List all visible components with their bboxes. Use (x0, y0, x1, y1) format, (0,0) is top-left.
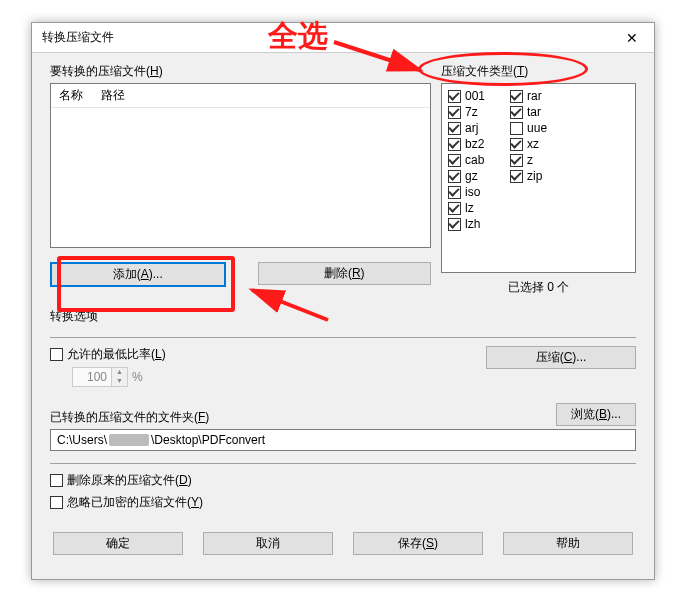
checkbox-icon (510, 170, 523, 183)
percent-label: % (132, 370, 143, 384)
type-checkbox-lzh[interactable]: lzh (448, 216, 485, 232)
type-label: zip (527, 169, 542, 183)
type-checkbox-xz[interactable]: xz (510, 136, 547, 152)
type-checkbox-zip[interactable]: zip (510, 168, 547, 184)
folder-path-input[interactable]: C:\Users\\Desktop\PDFconvert (50, 429, 636, 451)
checkbox-icon (448, 106, 461, 119)
type-checkbox-cab[interactable]: cab (448, 152, 485, 168)
chevron-down-icon: ▼ (112, 377, 127, 386)
close-button[interactable]: ✕ (609, 23, 654, 53)
col-name[interactable]: 名称 (59, 87, 83, 104)
options-label: 转换选项 (50, 308, 636, 325)
ok-button[interactable]: 确定 (53, 532, 183, 555)
checkbox-icon (448, 138, 461, 151)
type-checkbox-rar[interactable]: rar (510, 88, 547, 104)
types-listbox[interactable]: 0017zarjbz2cabgzisolzlzh rartaruuexzzzip (441, 83, 636, 273)
cancel-button[interactable]: 取消 (203, 532, 333, 555)
type-checkbox-gz[interactable]: gz (448, 168, 485, 184)
ignore-encrypted-checkbox[interactable]: 忽略已加密的压缩文件(Y) (50, 494, 636, 510)
type-checkbox-bz2[interactable]: bz2 (448, 136, 485, 152)
type-checkbox-uue[interactable]: uue (510, 120, 547, 136)
checkbox-icon (510, 90, 523, 103)
remove-button[interactable]: 删除(R) (258, 262, 432, 285)
type-checkbox-iso[interactable]: iso (448, 184, 485, 200)
window-title: 转换压缩文件 (42, 29, 114, 46)
types-label: 压缩文件类型(T) (441, 63, 636, 80)
type-checkbox-tar[interactable]: tar (510, 104, 547, 120)
compress-button[interactable]: 压缩(C)... (486, 346, 636, 369)
checkbox-icon (448, 186, 461, 199)
divider (50, 337, 636, 338)
checkbox-icon (510, 122, 523, 135)
checkbox-icon (50, 348, 63, 361)
list-header: 名称 路径 (51, 84, 430, 108)
type-checkbox-z[interactable]: z (510, 152, 547, 168)
type-label: 001 (465, 89, 485, 103)
delete-original-checkbox[interactable]: 删除原来的压缩文件(D) (50, 472, 636, 488)
col-path[interactable]: 路径 (101, 87, 125, 104)
help-button[interactable]: 帮助 (503, 532, 633, 555)
folder-label: 已转换的压缩文件的文件夹(F) (50, 409, 209, 426)
checkbox-icon (448, 218, 461, 231)
checkbox-icon (448, 154, 461, 167)
type-label: rar (527, 89, 542, 103)
type-label: 7z (465, 105, 478, 119)
checkbox-icon (448, 90, 461, 103)
ratio-spinner[interactable]: ▲▼ % (72, 367, 143, 387)
spinner-arrows[interactable]: ▲▼ (112, 367, 128, 387)
type-label: iso (465, 185, 480, 199)
type-label: bz2 (465, 137, 484, 151)
titlebar: 转换压缩文件 ✕ (32, 23, 654, 53)
type-label: lz (465, 201, 474, 215)
type-label: tar (527, 105, 541, 119)
checkbox-icon (448, 122, 461, 135)
type-label: z (527, 153, 533, 167)
checkbox-icon (448, 202, 461, 215)
type-label: gz (465, 169, 478, 183)
type-checkbox-7z[interactable]: 7z (448, 104, 485, 120)
type-label: uue (527, 121, 547, 135)
redacted-segment (109, 434, 149, 446)
checkbox-icon (510, 154, 523, 167)
checkbox-icon (50, 496, 63, 509)
ratio-input[interactable] (72, 367, 112, 387)
divider (50, 463, 636, 464)
checkbox-icon (50, 474, 63, 487)
type-label: cab (465, 153, 484, 167)
save-button[interactable]: 保存(S) (353, 532, 483, 555)
checkbox-icon (510, 106, 523, 119)
checkbox-icon (510, 138, 523, 151)
add-button[interactable]: 添加(A)... (50, 262, 226, 287)
type-label: xz (527, 137, 539, 151)
chevron-up-icon: ▲ (112, 368, 127, 377)
checkbox-icon (448, 170, 461, 183)
type-checkbox-lz[interactable]: lz (448, 200, 485, 216)
dialog-window: 转换压缩文件 ✕ 要转换的压缩文件(H) 名称 路径 添加(A)... (31, 22, 655, 580)
browse-button[interactable]: 浏览(B)... (556, 403, 636, 426)
min-ratio-checkbox[interactable]: 允许的最低比率(L) (50, 346, 166, 362)
selected-count: 已选择 0 个 (441, 279, 636, 296)
close-icon: ✕ (626, 30, 638, 46)
type-checkbox-arj[interactable]: arj (448, 120, 485, 136)
type-label: lzh (465, 217, 480, 231)
type-label: arj (465, 121, 478, 135)
files-listbox[interactable]: 名称 路径 (50, 83, 431, 248)
type-checkbox-001[interactable]: 001 (448, 88, 485, 104)
files-label: 要转换的压缩文件(H) (50, 63, 431, 80)
